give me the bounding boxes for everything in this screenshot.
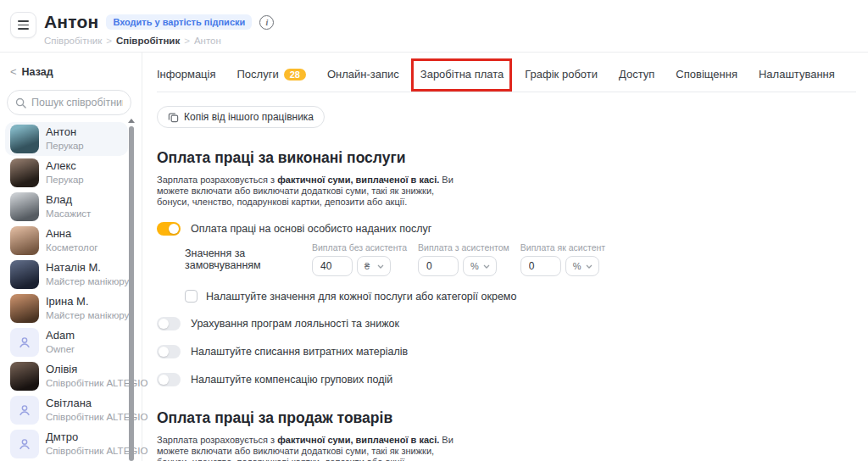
pay-with-assistant-unit-select[interactable]: %: [463, 256, 497, 276]
subscription-badge: Входить у вартість підписки: [106, 14, 252, 30]
info-icon[interactable]: i: [259, 15, 274, 30]
person-placeholder-icon: [10, 328, 39, 357]
staff-list: Антон Перукар Алекс Перукар Влад Масажис…: [0, 122, 142, 461]
staff-role: Перукар: [46, 141, 84, 153]
staff-name: Влад: [46, 193, 91, 207]
hamburger-menu-button[interactable]: [10, 12, 36, 38]
person-placeholder-icon: [10, 430, 39, 458]
avatar: [10, 125, 39, 153]
toggle-group-events-compensation[interactable]: [157, 373, 181, 386]
breadcrumb-item-current: Антон: [194, 36, 221, 46]
pay-as-assistant-input[interactable]: [520, 256, 561, 276]
staff-item-natalia[interactable]: Наталія М. Майстер манікюру: [5, 258, 128, 292]
toggle-consumables-writeoff[interactable]: [157, 345, 181, 358]
staff-item-iryna[interactable]: Ірина М. Майстер манікюру: [5, 292, 128, 325]
checkbox-label: Налаштуйте значення для кожної послуги а…: [206, 291, 516, 303]
staff-item-dmtro[interactable]: Дмтро Співробітник ALTEGIO: [5, 427, 128, 461]
toggle-personal-services[interactable]: [157, 222, 181, 236]
avatar: [10, 192, 39, 221]
services-pay-description: Зарплата розраховується з фактичної суми…: [157, 175, 466, 208]
staff-role: Майстер манікюру: [46, 310, 123, 322]
field-label: Виплата як асистент: [520, 242, 605, 253]
staff-item-olivia[interactable]: Олівія Співробітник ALTEGIO: [5, 359, 128, 393]
tab-label: Заробітна плата: [420, 68, 504, 81]
staff-item-adam[interactable]: Adam Owner: [5, 325, 128, 359]
staff-role: Співробітник ALTEGIO: [46, 378, 123, 390]
avatar: [10, 226, 39, 255]
services-count-badge: 28: [284, 69, 306, 81]
breadcrumb-separator-icon: >: [106, 36, 112, 46]
back-label: Назад: [22, 66, 53, 78]
tab-label: Доступ: [619, 68, 654, 81]
field-label: Виплата з асистентом: [418, 242, 509, 253]
staff-item-svitlana[interactable]: Світлана Співробітник ALTEGIO: [5, 393, 128, 427]
scroll-up-icon[interactable]: [128, 119, 135, 123]
staff-role: Масажист: [46, 208, 91, 220]
tab-information[interactable]: Інформація: [157, 68, 216, 81]
staff-role: Перукар: [46, 175, 84, 186]
tab-online-booking[interactable]: Онлайн-запис: [327, 68, 399, 81]
field-pay-as-assistant: Виплата як асистент %: [520, 242, 605, 276]
staff-item-anna[interactable]: Анна Косметолог: [5, 224, 128, 258]
tab-services[interactable]: Послуги 28: [237, 68, 306, 81]
tab-label: Інформація: [157, 68, 216, 81]
pay-without-assistant-input[interactable]: [312, 256, 353, 276]
copy-button-label: Копія від іншого працівника: [184, 111, 314, 123]
staff-name: Дмтро: [46, 430, 123, 444]
copy-from-employee-button[interactable]: Копія від іншого працівника: [157, 106, 325, 128]
staff-name: Алекс: [46, 159, 84, 173]
field-label: Виплата без асистента: [312, 242, 407, 253]
staff-name: Анна: [46, 227, 97, 241]
tab-work-schedule[interactable]: Графік роботи: [525, 68, 598, 81]
tab-salary[interactable]: Заробітна плата: [420, 68, 504, 81]
staff-sidebar: < Назад Антон Перукар Алек: [0, 53, 142, 461]
tab-notifications[interactable]: Сповіщення: [676, 68, 737, 81]
chevron-down-icon: [377, 264, 384, 269]
scrollbar-thumb[interactable]: [129, 126, 134, 461]
search-input[interactable]: [31, 97, 123, 108]
toggle-label: Оплата праці на основі особисто наданих …: [191, 223, 431, 235]
goods-pay-title: Оплата праці за продаж товарів: [157, 409, 856, 427]
breadcrumb-item[interactable]: Співробітник: [44, 36, 102, 46]
default-values-row: Значення за замовчуванням Виплата без ас…: [185, 242, 856, 276]
chevron-down-icon: [483, 264, 490, 269]
toggle-label: Налаштуйте компенсацію групових подій: [191, 374, 392, 386]
staff-role: Співробітник ALTEGIO: [46, 446, 123, 458]
staff-role: Owner: [46, 344, 75, 356]
tab-access[interactable]: Доступ: [619, 68, 654, 81]
pay-with-assistant-input[interactable]: [418, 256, 459, 276]
tab-label: Графік роботи: [525, 68, 598, 81]
staff-name: Олівія: [46, 363, 123, 376]
tab-label: Послуги: [237, 68, 279, 81]
sidebar-scrollbar[interactable]: [128, 119, 135, 461]
staff-role: Косметолог: [46, 242, 97, 254]
avatar: [10, 362, 39, 391]
tab-settings[interactable]: Налаштування: [759, 68, 835, 81]
chevron-down-icon: [586, 264, 593, 269]
search-icon: [15, 97, 26, 108]
toggle-loyalty-programs[interactable]: [157, 317, 181, 330]
avatar: [10, 158, 39, 187]
back-link[interactable]: < Назад: [10, 65, 53, 78]
goods-pay-description: Зарплата розраховується з фактичної суми…: [157, 435, 466, 461]
pay-without-assistant-unit-select[interactable]: ₴: [357, 256, 391, 276]
pay-as-assistant-unit-select[interactable]: %: [565, 256, 599, 276]
avatar: [10, 260, 39, 289]
staff-role: Співробітник ALTEGIO: [46, 412, 123, 424]
breadcrumb: Співробітник > Співробітник > Антон: [44, 36, 274, 46]
person-placeholder-icon: [10, 396, 39, 425]
staff-item-vlad[interactable]: Влад Масажист: [5, 190, 128, 224]
breadcrumb-item[interactable]: Співробітник: [116, 36, 180, 46]
tab-label: Налаштування: [759, 68, 835, 81]
staff-item-anton[interactable]: Антон Перукар: [5, 122, 128, 156]
per-service-values-checkbox[interactable]: [185, 290, 198, 303]
avatar: [10, 294, 39, 323]
staff-name: Антон: [46, 125, 84, 139]
tab-bar: Інформація Послуги 28 Онлайн-запис Зароб…: [157, 68, 856, 92]
chevron-left-icon: <: [10, 65, 17, 78]
tab-label: Сповіщення: [676, 68, 737, 81]
staff-item-aleks[interactable]: Алекс Перукар: [5, 156, 128, 190]
staff-search: [7, 90, 131, 115]
staff-name: Світлана: [46, 397, 123, 410]
main-content: Інформація Послуги 28 Онлайн-запис Зароб…: [142, 53, 868, 461]
